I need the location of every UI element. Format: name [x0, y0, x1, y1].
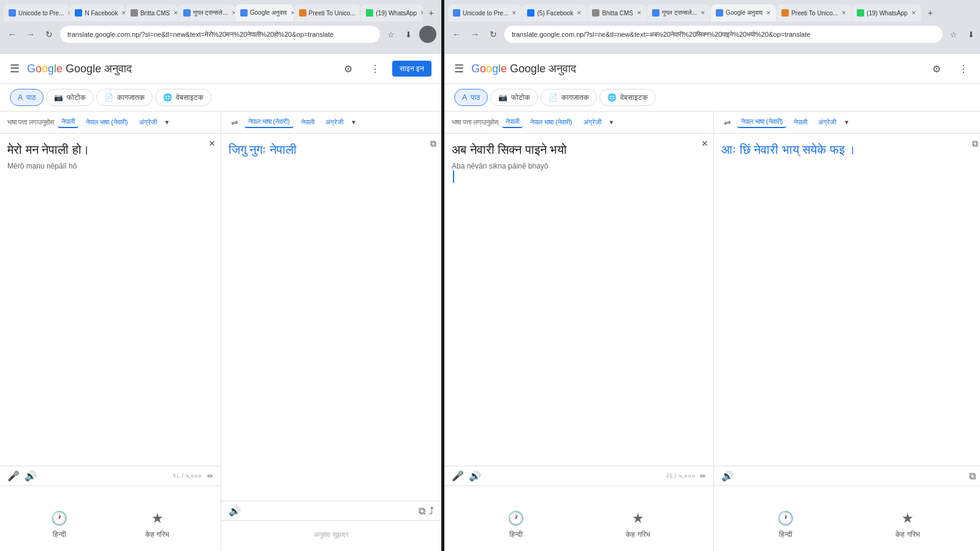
left-back-button[interactable]: ← [5, 27, 20, 42]
right-copy-icon[interactable]: ⧉ [972, 139, 978, 149]
left-clear-text-button[interactable]: ✕ [208, 139, 216, 148]
left-tab-1[interactable]: Unicode to Pre... ✕ [4, 4, 69, 21]
left-target-share-icon[interactable]: ⤴ [429, 506, 434, 517]
right-bookmark-icon[interactable]: ☆ [946, 27, 961, 42]
right-clear-text-button[interactable]: ✕ [701, 139, 708, 148]
right-back-button[interactable]: ← [449, 27, 464, 42]
right-target-lang-chevron[interactable]: ▼ [843, 119, 849, 126]
left-apps-icon[interactable]: ⋮ [365, 59, 385, 78]
left-target-speaker-icon[interactable]: 🔊 [229, 505, 241, 517]
right-swap-icon[interactable]: ⇌ [721, 118, 734, 127]
new-tab-button-left[interactable]: + [425, 6, 438, 20]
left-tab-document[interactable]: 📄 कागजातक [96, 89, 153, 106]
left-tab-6[interactable]: Preeti To Unico... ✕ [294, 4, 361, 21]
left-sign-in-button[interactable]: साइन इन [392, 61, 431, 77]
right-tab-5[interactable]: Google अनुवाद ✕ [711, 4, 776, 21]
left-tab-7[interactable]: (19) WhatsApp ✕ [361, 4, 423, 21]
left-mic-icon[interactable]: 🎤 [7, 470, 20, 482]
right-tab-7[interactable]: (19) WhatsApp ✕ [852, 4, 921, 21]
right-hamburger-icon[interactable]: ☰ [454, 62, 464, 75]
left-settings-icon[interactable]: ⚙ [338, 59, 358, 78]
right-source-lang3-btn[interactable]: अंग्रेजी [580, 117, 605, 127]
right-source-input-text[interactable]: अब नेवारी सिक्न पाइने भयो [452, 141, 706, 158]
left-copy-icon[interactable]: ⧉ [430, 139, 436, 149]
left-target-copy-icon[interactable]: ⧉ [419, 506, 425, 517]
left-tab-4-close[interactable]: ✕ [232, 10, 235, 16]
right-tab-1[interactable]: Unicode to Pre... ✕ [448, 4, 522, 21]
right-tab-2-close[interactable]: ✕ [577, 10, 582, 16]
left-target-lang1-btn[interactable]: नेपाल भाषा (नेवारी) [245, 116, 294, 128]
left-source-lang3-btn[interactable]: अंग्रेजी [135, 117, 161, 127]
left-tab-2[interactable]: N Facebook ✕ [70, 4, 124, 21]
right-apps-icon[interactable]: ⋮ [954, 59, 973, 78]
left-source-lang1-btn[interactable]: नेपाली [58, 116, 78, 128]
left-recent-history[interactable]: 🕐 हिन्दी [51, 511, 67, 539]
right-mic-icon[interactable]: 🎤 [452, 470, 464, 482]
right-source-lang1-btn[interactable]: नेपाली [502, 116, 523, 128]
left-tab-7-close[interactable]: ✕ [420, 10, 423, 16]
right-tab-document[interactable]: 📄 कागजातक [541, 89, 597, 106]
right-history-label: हिन्दी [509, 530, 523, 539]
left-forward-button[interactable]: → [23, 27, 38, 42]
right-download-icon[interactable]: ⬇ [963, 27, 978, 42]
left-download-icon[interactable]: ⬇ [401, 27, 416, 42]
left-address-input[interactable] [60, 26, 380, 43]
right-tab-4-close[interactable]: ✕ [701, 10, 705, 16]
right-source-lang-chevron[interactable]: ▼ [609, 119, 615, 126]
left-source-lang-chevron[interactable]: ▼ [164, 119, 170, 126]
left-tab-3[interactable]: Britta CMS ✕ [126, 4, 178, 21]
left-tab-1-close[interactable]: ✕ [67, 10, 69, 16]
right-tab-3[interactable]: Bhitta CMS ✕ [587, 4, 647, 21]
right-tab-7-close[interactable]: ✕ [911, 10, 916, 16]
left-swap-icon[interactable]: ⇌ [229, 118, 241, 127]
right-target-starred[interactable]: ★ केह गरिभ [895, 511, 919, 539]
left-pencil-icon[interactable]: ✏ [207, 472, 213, 481]
left-target-lang-chevron[interactable]: ▼ [351, 119, 357, 126]
right-tab-website[interactable]: 🌐 वेबसाइटक [599, 89, 656, 106]
right-recent-history[interactable]: 🕐 हिन्दी [507, 511, 524, 539]
right-address-input[interactable] [504, 26, 943, 43]
left-recent-starred[interactable]: ★ केह गरिभ [145, 511, 169, 539]
right-target-lang3-btn[interactable]: अंग्रेजी [815, 117, 840, 127]
right-reload-button[interactable]: ↻ [486, 27, 501, 42]
right-target-speaker-icon[interactable]: 🔊 [721, 470, 734, 482]
left-source-lang2-btn[interactable]: नेपाल भाषा (नेवारी) [82, 117, 131, 127]
right-speaker-icon[interactable]: 🔊 [469, 470, 481, 482]
right-recent-starred[interactable]: ★ केह गरिभ [626, 511, 650, 539]
right-target-lang2-btn[interactable]: नेपाली [790, 117, 811, 127]
left-tab-5[interactable]: Google अनुवाद ✕ [235, 4, 294, 21]
right-tab-1-close[interactable]: ✕ [512, 10, 517, 16]
right-forward-button[interactable]: → [468, 27, 482, 42]
right-tab-4[interactable]: गूगल ट्रान्सले... ✕ [647, 4, 710, 21]
left-tab-website[interactable]: 🌐 वेबसाइटक [155, 89, 211, 106]
left-hamburger-icon[interactable]: ☰ [10, 62, 20, 75]
right-tab-6[interactable]: Preeti To Unico... ✕ [777, 4, 851, 21]
left-target-lang3-btn[interactable]: अंग्रेजी [322, 117, 347, 127]
right-tab-2[interactable]: (5) Facebook ✕ [522, 4, 587, 21]
right-target-copy-icon[interactable]: ⧉ [969, 471, 976, 482]
left-tab-text[interactable]: A पाठ [10, 89, 44, 106]
right-pencil-icon[interactable]: ✏ [700, 472, 706, 481]
right-source-lang2-btn[interactable]: नेपाल भाषा (नेवारी) [526, 117, 575, 127]
left-tab-5-close[interactable]: ✕ [291, 10, 294, 16]
right-target-lang1-btn[interactable]: नेपाल भाषा (नेवारी) [737, 116, 786, 128]
left-tab-photo[interactable]: 📷 फोटोक [46, 89, 94, 106]
right-tab-6-close[interactable]: ✕ [841, 10, 846, 16]
left-target-lang2-btn[interactable]: नेपाली [297, 117, 318, 127]
left-tab-4[interactable]: गूगल ट्रान्सले... ✕ [178, 4, 235, 21]
right-tab-text[interactable]: A पाठ [454, 89, 488, 106]
left-speaker-icon[interactable]: 🔊 [25, 470, 37, 482]
left-tab-3-close[interactable]: ✕ [173, 10, 177, 16]
right-tab-3-close[interactable]: ✕ [637, 10, 642, 16]
left-reload-button[interactable]: ↻ [42, 27, 56, 42]
left-source-input-text[interactable]: मेरो मन नेपाली हो। [7, 141, 213, 158]
left-bookmark-icon[interactable]: ☆ [384, 27, 398, 42]
right-tab-5-close[interactable]: ✕ [766, 10, 771, 16]
left-tab-2-close[interactable]: ✕ [121, 10, 125, 16]
left-profile-avatar[interactable] [419, 26, 436, 43]
right-tab-photo[interactable]: 📷 फोटोक [490, 89, 538, 106]
right-target-history[interactable]: 🕐 हिन्दी [777, 511, 794, 539]
new-tab-button-right[interactable]: + [923, 6, 938, 20]
right-settings-icon[interactable]: ⚙ [927, 59, 946, 78]
left-tab-6-close[interactable]: ✕ [359, 10, 361, 16]
